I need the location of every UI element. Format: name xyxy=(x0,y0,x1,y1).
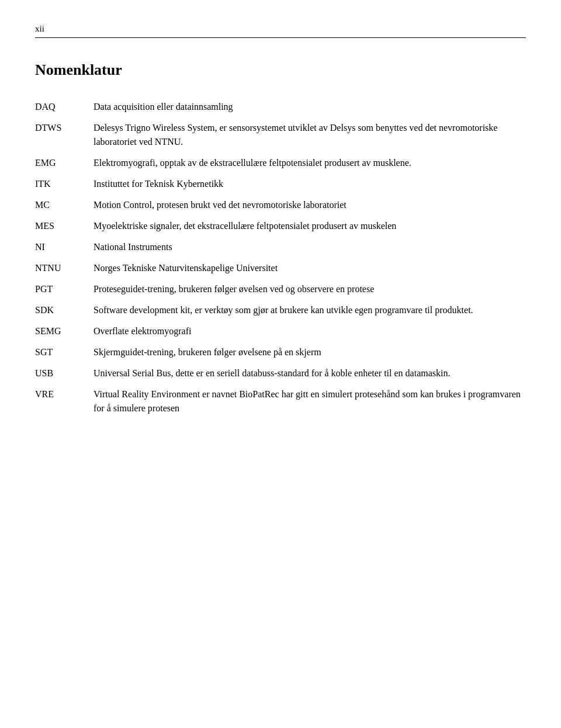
glossary-row: SDKSoftware development kit, er verktøy … xyxy=(35,300,526,321)
glossary-term: SEMG xyxy=(35,321,94,342)
glossary-definition: Delesys Trigno Wireless System, er senso… xyxy=(94,117,526,152)
glossary-definition: Motion Control, protesen brukt ved det n… xyxy=(94,195,526,216)
glossary-row: ITKInstituttet for Teknisk Kybernetikk xyxy=(35,174,526,195)
glossary-term: ITK xyxy=(35,174,94,195)
page-number: xii xyxy=(35,24,44,33)
glossary-term: NTNU xyxy=(35,258,94,279)
glossary-term: MC xyxy=(35,195,94,216)
glossary-row: NTNUNorges Tekniske Naturvitenskapelige … xyxy=(35,258,526,279)
glossary-definition: Software development kit, er verktøy som… xyxy=(94,300,526,321)
page-header: xii xyxy=(35,23,526,38)
glossary-term: MES xyxy=(35,216,94,237)
glossary-term: NI xyxy=(35,237,94,258)
glossary-row: NINational Instruments xyxy=(35,237,526,258)
glossary-row: DTWSDelesys Trigno Wireless System, er s… xyxy=(35,117,526,152)
glossary-term: USB xyxy=(35,363,94,384)
glossary-definition: Norges Tekniske Naturvitenskapelige Univ… xyxy=(94,258,526,279)
glossary-definition: Virtual Reality Environment er navnet Bi… xyxy=(94,384,526,419)
glossary-table: DAQData acquisition eller datainnsamling… xyxy=(35,96,526,419)
glossary-definition: Skjermguidet-trening, brukeren følger øv… xyxy=(94,342,526,363)
glossary-term: PGT xyxy=(35,279,94,300)
glossary-term: SDK xyxy=(35,300,94,321)
page-title: Nomenklatur xyxy=(35,61,526,79)
glossary-definition: Proteseguidet-trening, brukeren følger ø… xyxy=(94,279,526,300)
glossary-definition: Overflate elektromyografi xyxy=(94,321,526,342)
glossary-row: VREVirtual Reality Environment er navnet… xyxy=(35,384,526,419)
glossary-row: USBUniversal Serial Bus, dette er en ser… xyxy=(35,363,526,384)
glossary-term: SGT xyxy=(35,342,94,363)
glossary-row: SGTSkjermguidet-trening, brukeren følger… xyxy=(35,342,526,363)
glossary-row: PGTProteseguidet-trening, brukeren følge… xyxy=(35,279,526,300)
glossary-definition: Instituttet for Teknisk Kybernetikk xyxy=(94,174,526,195)
glossary-definition: Myoelektriske signaler, det ekstracellul… xyxy=(94,216,526,237)
glossary-row: MCMotion Control, protesen brukt ved det… xyxy=(35,195,526,216)
glossary-term: DTWS xyxy=(35,117,94,152)
glossary-definition: Data acquisition eller datainnsamling xyxy=(94,96,526,117)
glossary-row: SEMGOverflate elektromyografi xyxy=(35,321,526,342)
glossary-definition: National Instruments xyxy=(94,237,526,258)
glossary-definition: Elektromyografi, opptak av de ekstracell… xyxy=(94,152,526,174)
glossary-row: EMGElektromyografi, opptak av de ekstrac… xyxy=(35,152,526,174)
glossary-definition: Universal Serial Bus, dette er en seriel… xyxy=(94,363,526,384)
glossary-row: DAQData acquisition eller datainnsamling xyxy=(35,96,526,117)
glossary-row: MESMyoelektriske signaler, det ekstracel… xyxy=(35,216,526,237)
glossary-term: EMG xyxy=(35,152,94,174)
glossary-term: VRE xyxy=(35,384,94,419)
glossary-term: DAQ xyxy=(35,96,94,117)
